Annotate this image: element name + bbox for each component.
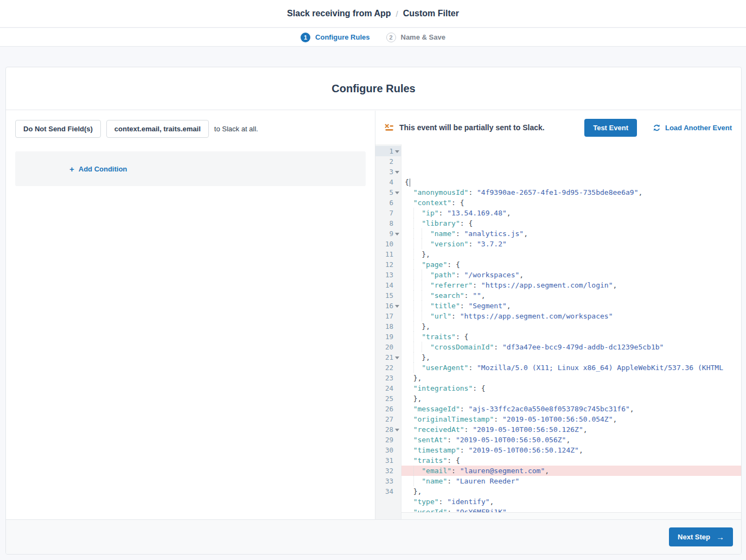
configure-rules-card: Configure Rules Do Not Send Field(s) con…	[5, 67, 742, 555]
rule-suffix-text: to Slack at all.	[214, 125, 258, 133]
text-cursor	[410, 179, 410, 187]
code-line[interactable]: "anonymousId": "4f9390ae-2657-4fe1-9d95-…	[401, 187, 741, 198]
gutter-line-number: 27	[375, 414, 401, 424]
add-condition-button[interactable]: + Add Condition	[69, 164, 127, 174]
gutter-line-number: 20	[375, 342, 401, 352]
add-condition-label: Add Condition	[79, 165, 127, 173]
code-line[interactable]: "title": "Segment",	[401, 301, 741, 311]
load-another-event-button[interactable]: Load Another Event	[653, 124, 732, 132]
card-footer: Next Step →	[6, 519, 741, 554]
test-event-button[interactable]: Test Event	[584, 119, 637, 137]
fold-toggle-icon[interactable]	[395, 192, 399, 194]
next-step-button[interactable]: Next Step →	[669, 527, 733, 546]
code-line[interactable]: "search": "",	[401, 290, 741, 301]
page: Slack receiving from App / Custom Filter…	[0, 0, 746, 560]
code-line[interactable]: "userAgent": "Mozilla/5.0 (X11; Linux x8…	[401, 362, 741, 373]
gutter-line-number: 28	[375, 424, 401, 435]
fold-toggle-icon[interactable]	[395, 305, 399, 308]
editor-code[interactable]: {"anonymousId": "4f9390ae-2657-4fe1-9d95…	[401, 144, 741, 519]
gutter-line-number: 33	[375, 476, 401, 486]
event-panel: This event will be partially sent to Sla…	[375, 111, 741, 519]
filter-rules-icon	[385, 123, 394, 132]
rule-row: Do Not Send Field(s) context.email, trai…	[15, 120, 366, 138]
code-line[interactable]: "type": "identify",	[401, 497, 741, 507]
gutter-line-number: 6	[375, 198, 401, 208]
fold-toggle-icon[interactable]	[395, 357, 399, 359]
fields-value-input[interactable]: context.email, traits.email	[106, 120, 209, 138]
gutter-line-number: 17	[375, 311, 401, 321]
fold-toggle-icon[interactable]	[395, 429, 399, 431]
refresh-icon	[653, 124, 661, 132]
gutter-line-number: 11	[375, 249, 401, 259]
fold-toggle-icon[interactable]	[395, 233, 399, 236]
event-toolbar: This event will be partially sent to Sla…	[375, 111, 741, 144]
step-name-save[interactable]: 2 Name & Save	[386, 33, 445, 42]
code-line[interactable]: },	[401, 249, 741, 259]
code-line-highlighted[interactable]: "email": "lauren@segment.com",	[401, 466, 741, 476]
code-line[interactable]: "version": "3.7.2"	[401, 239, 741, 249]
code-line[interactable]: "referrer": "https://app.segment.com/log…	[401, 280, 741, 290]
gutter-line-number: 14	[375, 280, 401, 290]
stepper: 1 Configure Rules 2 Name & Save	[0, 28, 746, 47]
code-line[interactable]: "name": "analytics.js",	[401, 228, 741, 239]
editor-gutter: 1234567891011121314151617181920212223242…	[375, 144, 401, 519]
code-line[interactable]: },	[401, 393, 741, 404]
breadcrumb-page: Custom Filter	[403, 9, 459, 18]
code-line[interactable]: "messageId": "ajs-33ffc2ac0a550e8f053789…	[401, 404, 741, 414]
fold-toggle-icon[interactable]	[395, 150, 399, 153]
code-line[interactable]: "ip": "13.54.169.48",	[401, 208, 741, 218]
code-line[interactable]: "crossDomainId": "df3a47ee-bcc9-479d-add…	[401, 342, 741, 352]
gutter-line-number: 8	[375, 218, 401, 228]
rules-panel: Do Not Send Field(s) context.email, trai…	[6, 111, 375, 519]
gutter-line-number: 32	[375, 466, 401, 476]
code-line[interactable]: "context": {	[401, 198, 741, 208]
gutter-line-number: 26	[375, 404, 401, 414]
code-line[interactable]: "traits": {	[401, 332, 741, 342]
code-line[interactable]: "url": "https://app.segment.com/workspac…	[401, 311, 741, 321]
add-condition-box: + Add Condition	[15, 151, 366, 186]
load-another-event-label: Load Another Event	[665, 124, 732, 132]
card-body: Do Not Send Field(s) context.email, trai…	[6, 111, 741, 519]
gutter-line-number: 24	[375, 383, 401, 393]
gutter-line-number: 12	[375, 259, 401, 270]
gutter-line-number: 23	[375, 373, 401, 383]
breadcrumb-source: Slack receiving from App	[287, 9, 391, 18]
code-line[interactable]: "path": "/workspaces",	[401, 270, 741, 280]
gutter-line-number: 22	[375, 362, 401, 373]
code-line[interactable]: },	[401, 486, 741, 497]
field-action-dropdown[interactable]: Do Not Send Field(s)	[15, 120, 101, 138]
gutter-line-number: 16	[375, 301, 401, 311]
gutter-line-number: 19	[375, 332, 401, 342]
code-line[interactable]: "library": {	[401, 218, 741, 228]
gutter-line-number: 31	[375, 455, 401, 466]
code-line[interactable]: "page": {	[401, 259, 741, 270]
step-2-circle: 2	[386, 33, 396, 42]
code-line[interactable]: "integrations": {	[401, 383, 741, 393]
step-1-circle: 1	[301, 33, 310, 42]
gutter-line-number: 3	[375, 167, 401, 177]
json-event-editor[interactable]: 1234567891011121314151617181920212223242…	[375, 144, 741, 519]
code-line[interactable]: {	[401, 177, 741, 187]
code-line[interactable]: "sentAt": "2019-05-10T00:56:50.056Z",	[401, 435, 741, 445]
step-configure-rules[interactable]: 1 Configure Rules	[301, 33, 369, 42]
event-status-text: This event will be partially sent to Sla…	[399, 123, 545, 132]
gutter-line-number: 9	[375, 228, 401, 239]
code-line[interactable]: },	[401, 352, 741, 362]
gutter-line-number: 13	[375, 270, 401, 280]
code-line[interactable]: "originalTimestamp": "2019-05-10T00:56:5…	[401, 414, 741, 424]
step-2-label: Name & Save	[401, 33, 445, 41]
code-line[interactable]: "receivedAt": "2019-05-10T00:56:50.126Z"…	[401, 424, 741, 435]
plus-icon: +	[69, 164, 74, 174]
fold-toggle-icon[interactable]	[395, 171, 399, 174]
code-line[interactable]: "traits": {	[401, 455, 741, 466]
gutter-line-number: 7	[375, 208, 401, 218]
page-title: Configure Rules	[331, 82, 415, 95]
step-1-label: Configure Rules	[315, 33, 369, 41]
code-line[interactable]: "timestamp": "2019-05-10T00:56:50.124Z",	[401, 445, 741, 455]
breadcrumb-separator: /	[396, 9, 398, 18]
code-line[interactable]: },	[401, 321, 741, 332]
horizontal-scrollbar[interactable]	[401, 512, 741, 519]
code-line[interactable]: },	[401, 373, 741, 383]
gutter-line-number: 30	[375, 445, 401, 455]
code-line[interactable]: "name": "Lauren Reeder"	[401, 476, 741, 486]
